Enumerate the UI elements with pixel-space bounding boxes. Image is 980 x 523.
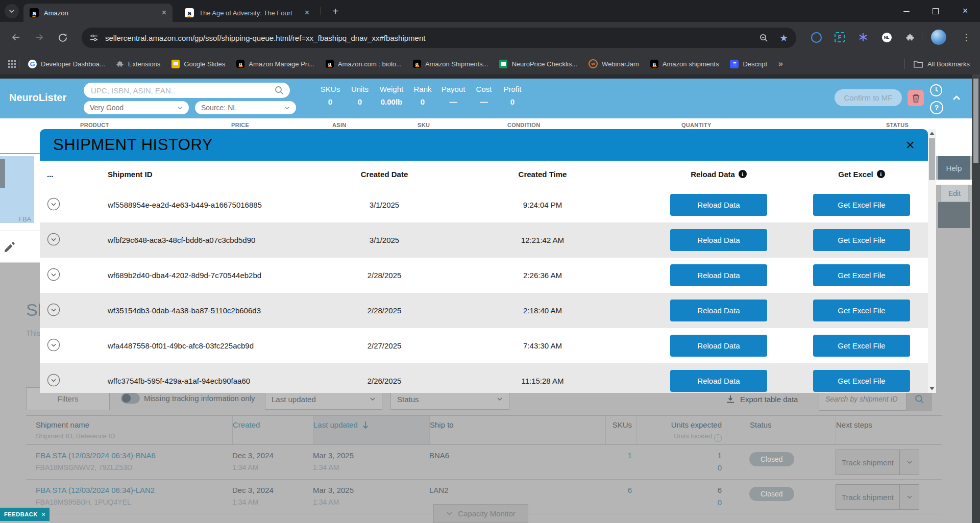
- scrollbar-thumb[interactable]: [929, 138, 935, 180]
- feedback-close-icon[interactable]: ×: [42, 511, 45, 517]
- address-bar[interactable]: sellercentral.amazon.com/gp/ssof/shippin…: [82, 28, 796, 48]
- extension-icon-snowflake[interactable]: [855, 30, 871, 45]
- get-excel-button[interactable]: Get Excel File: [813, 370, 910, 392]
- confirm-to-mf-button[interactable]: Confirm to MF: [835, 89, 902, 106]
- bookmark-developer-dashboard[interactable]: GDeveloper Dashboa...: [22, 60, 111, 68]
- get-excel-button[interactable]: Get Excel File: [813, 229, 910, 251]
- bookmark-amazon-biolo[interactable]: aAmazon.com : biolo...: [320, 60, 407, 68]
- puzzle-icon: [116, 60, 124, 68]
- reload-data-button[interactable]: Reload Data: [670, 370, 767, 392]
- header-last-updated[interactable]: Last updated: [313, 416, 429, 444]
- tab-close-icon[interactable]: ×: [162, 9, 166, 17]
- apps-grid-button[interactable]: [8, 60, 16, 68]
- tab-age-of-adversity[interactable]: a The Age of Adversity: The Fourt ×: [179, 4, 315, 22]
- back-button[interactable]: [7, 29, 24, 46]
- get-excel-button[interactable]: Get Excel File: [813, 194, 910, 216]
- shipment-search-input[interactable]: [824, 394, 901, 404]
- header-created[interactable]: Created: [232, 416, 313, 444]
- shipment-name-link[interactable]: FBA STA (12/03/2024 06:34)-LAN2: [36, 486, 232, 494]
- reload-data-button[interactable]: Reload Data: [670, 229, 767, 251]
- track-shipment-button[interactable]: Track shipment: [836, 484, 919, 510]
- created-time: 11:15:28 AM: [443, 377, 642, 385]
- modal-close-button[interactable]: ×: [905, 137, 915, 153]
- product-search-input[interactable]: [90, 86, 275, 95]
- bookmark-webinarjam[interactable]: wWebinarJam: [583, 59, 645, 68]
- bookmark-descript[interactable]: ≡Descript: [724, 60, 773, 68]
- edit-note-box[interactable]: [0, 231, 40, 263]
- created-date: 3/1/2025: [326, 236, 443, 244]
- row-expander[interactable]: [40, 303, 101, 318]
- reload-data-button[interactable]: Reload Data: [670, 194, 767, 216]
- zoom-page-button[interactable]: [760, 34, 768, 42]
- tab-search-button[interactable]: [5, 4, 19, 18]
- clear-list-button[interactable]: [908, 90, 924, 106]
- product-search-field[interactable]: [84, 83, 290, 98]
- feedback-tab[interactable]: FEEDBACK ×: [0, 508, 50, 521]
- help-button[interactable]: ?: [930, 101, 943, 114]
- bookmark-google-slides[interactable]: Google Slides: [166, 60, 231, 68]
- tab-amazon[interactable]: a Amazon ×: [23, 4, 173, 22]
- bookmark-amazon-manage[interactable]: aAmazon Manage Pri...: [231, 60, 320, 68]
- bookmark-amazon-shipments1[interactable]: aAmazon Shipments...: [407, 60, 494, 68]
- condition-select[interactable]: Very Good: [84, 101, 189, 114]
- bookmarks-overflow-button[interactable]: »: [773, 59, 789, 68]
- browser-menu-button[interactable]: ⋮: [959, 30, 974, 45]
- missing-tracking-toggle[interactable]: [121, 393, 140, 404]
- row-expander[interactable]: [40, 373, 101, 388]
- forward-button[interactable]: [31, 29, 48, 46]
- edit-button[interactable]: Edit: [940, 185, 969, 202]
- track-shipment-caret[interactable]: [899, 450, 919, 475]
- skus-value[interactable]: 6: [605, 480, 636, 514]
- collapse-toolbar-button[interactable]: [951, 94, 962, 103]
- track-shipment-button[interactable]: Track shipment: [836, 450, 919, 475]
- help-tab[interactable]: Help: [938, 156, 970, 180]
- export-table-data-button[interactable]: Export table data: [726, 394, 798, 404]
- close-window-button[interactable]: ×: [953, 0, 977, 22]
- extension-icon-f[interactable]: F: [832, 30, 847, 45]
- bookmark-neuroprice-checklist[interactable]: NeuroPrice Checklis...: [494, 60, 583, 68]
- scroll-up-arrow[interactable]: [929, 132, 935, 135]
- info-icon[interactable]: i: [714, 434, 722, 442]
- capacity-monitor-bar[interactable]: Capacity Monitor: [433, 504, 528, 523]
- history-button[interactable]: [929, 84, 943, 99]
- row-expander[interactable]: [40, 268, 101, 283]
- reload-data-button[interactable]: Reload Data: [670, 300, 767, 321]
- bookmark-extensions[interactable]: Extensions: [111, 60, 166, 68]
- row-expander[interactable]: [40, 338, 101, 353]
- reload-data-button[interactable]: Reload Data: [670, 335, 767, 357]
- extensions-menu-button[interactable]: [902, 30, 918, 45]
- site-info-icon[interactable]: [90, 34, 98, 42]
- scroll-down-arrow[interactable]: [929, 387, 935, 390]
- bookmark-star-icon[interactable]: ★: [779, 32, 788, 44]
- all-bookmarks-button[interactable]: All Bookmarks: [904, 59, 980, 69]
- get-excel-button[interactable]: Get Excel File: [813, 335, 910, 357]
- scrollbar-thumb[interactable]: [973, 79, 978, 163]
- row-expander[interactable]: [40, 233, 101, 247]
- shipment-history-row: wf35154db3-0dab-4a38-ba87-5110c2b606d3 2…: [40, 293, 928, 328]
- shipment-name-link[interactable]: FBA STA (12/03/2024 06:34)-BNA6: [36, 451, 232, 460]
- modal-table-body: wf5588954e-ea2d-4e63-b449-a16675016885 3…: [40, 187, 928, 393]
- extension-icon-circle[interactable]: [808, 30, 824, 45]
- browser-scrollbar[interactable]: [972, 74, 980, 523]
- shipment-ids: FBA18MS95B0H, 1PUQ4YEL: [36, 498, 232, 506]
- minimize-button[interactable]: ─: [895, 0, 918, 22]
- modal-scrollbar[interactable]: [928, 129, 936, 393]
- source-select[interactable]: Source: NL: [195, 101, 296, 114]
- skus-value[interactable]: 1: [605, 445, 636, 479]
- row-expander[interactable]: [40, 197, 101, 212]
- profile-avatar[interactable]: [931, 30, 946, 45]
- shipment-id: wffc3754fb-595f-429a-a1af-94ecb90faa60: [101, 377, 326, 385]
- get-excel-button[interactable]: Get Excel File: [813, 300, 910, 321]
- reload-icon: [58, 32, 68, 42]
- get-excel-button[interactable]: Get Excel File: [813, 264, 910, 286]
- track-shipment-caret[interactable]: [899, 485, 919, 509]
- info-icon[interactable]: i: [877, 170, 885, 178]
- bookmark-amazon-shipments2[interactable]: aAmazon shipments: [645, 60, 725, 68]
- reload-data-button[interactable]: Reload Data: [670, 264, 767, 286]
- info-icon[interactable]: i: [739, 170, 747, 178]
- maximize-button[interactable]: [924, 0, 947, 22]
- reload-button[interactable]: [54, 29, 71, 46]
- tab-close-icon[interactable]: ×: [305, 9, 309, 17]
- extension-icon-nl[interactable]: NL: [879, 30, 894, 45]
- new-tab-button[interactable]: +: [329, 5, 342, 18]
